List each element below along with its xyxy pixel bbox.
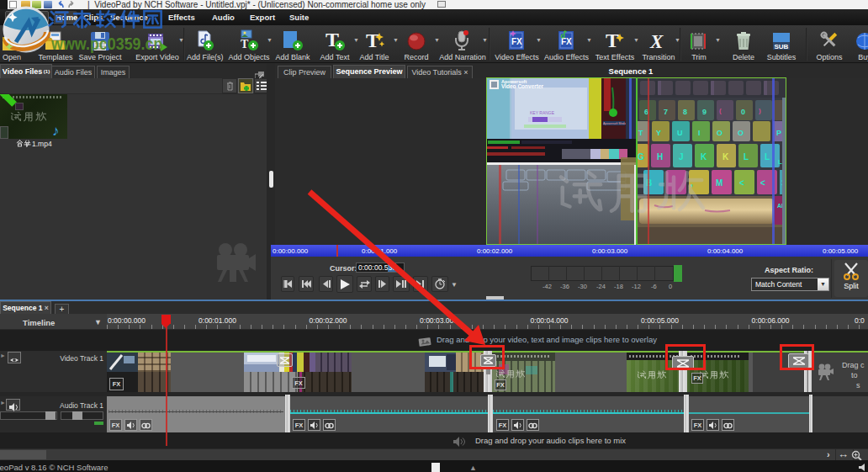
svg-text:O: O [738, 129, 744, 137]
svg-text:J: J [679, 152, 684, 162]
svg-text:<: < [760, 178, 765, 188]
svg-text:Al: Al [777, 203, 783, 209]
svg-text:T: T [241, 38, 249, 50]
svg-text:(: ( [719, 107, 722, 114]
svg-text:P: P [776, 129, 781, 137]
svg-text:O: O [717, 129, 722, 137]
svg-text:Video Converter: Video Converter [501, 83, 544, 89]
svg-text:9: 9 [702, 108, 707, 116]
svg-text:G: G [638, 152, 644, 162]
svg-text:SUB: SUB [775, 43, 789, 50]
svg-text:L: L [765, 152, 770, 162]
svg-text:K: K [722, 152, 729, 162]
svg-text:L: L [744, 152, 749, 162]
svg-text:X: X [649, 31, 664, 51]
svg-text:7: 7 [664, 108, 668, 116]
svg-text:L: L [778, 158, 782, 166]
svg-text:T: T [366, 29, 379, 51]
svg-text:): ) [759, 107, 761, 114]
svg-text:T: T [606, 29, 619, 51]
svg-text:KEY RANGE: KEY RANGE [530, 110, 555, 115]
svg-text:H: H [657, 152, 663, 162]
svg-text:Y: Y [656, 129, 661, 137]
svg-text:T: T [638, 129, 643, 137]
svg-text:FX: FX [511, 37, 522, 46]
svg-text:0: 0 [741, 108, 745, 116]
svg-text:U: U [677, 129, 683, 137]
svg-text:M: M [716, 178, 722, 188]
svg-text:8: 8 [683, 108, 687, 116]
svg-text:<: < [739, 178, 744, 188]
svg-text:FX: FX [561, 37, 572, 46]
svg-text:K: K [701, 152, 707, 162]
svg-text:I: I [698, 129, 701, 137]
